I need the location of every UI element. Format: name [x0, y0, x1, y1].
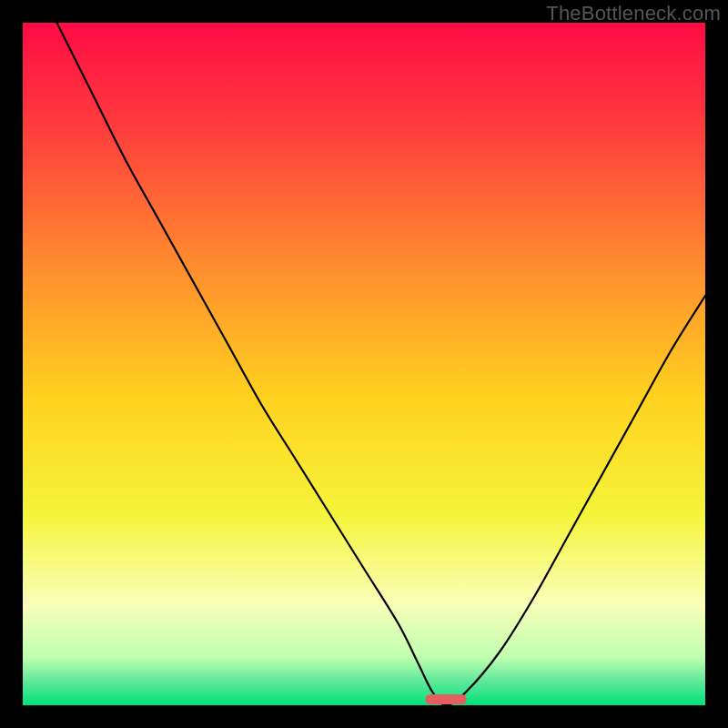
watermark-text: TheBottleneck.com	[546, 2, 721, 25]
bottleneck-chart	[23, 23, 705, 705]
minimum-marker	[426, 694, 467, 704]
gradient-background	[23, 23, 705, 705]
chart-frame	[23, 23, 705, 705]
